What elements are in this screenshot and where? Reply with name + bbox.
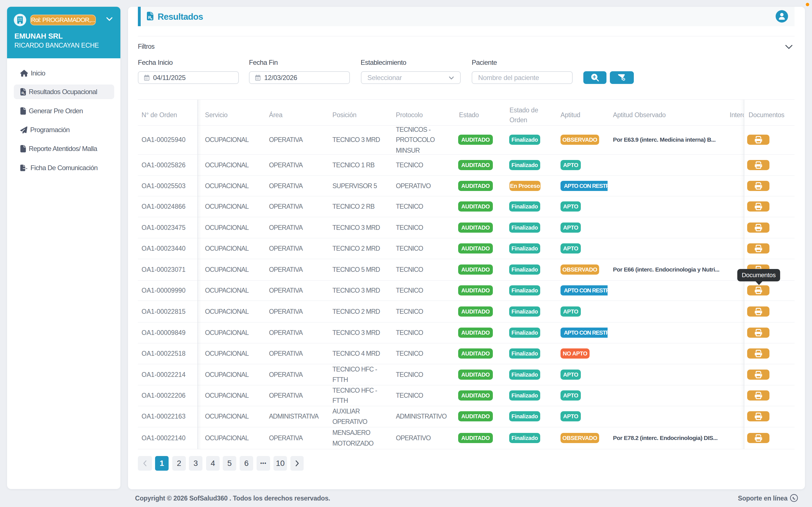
svg-text:x: x xyxy=(23,93,25,95)
svg-text:x: x xyxy=(151,17,152,20)
